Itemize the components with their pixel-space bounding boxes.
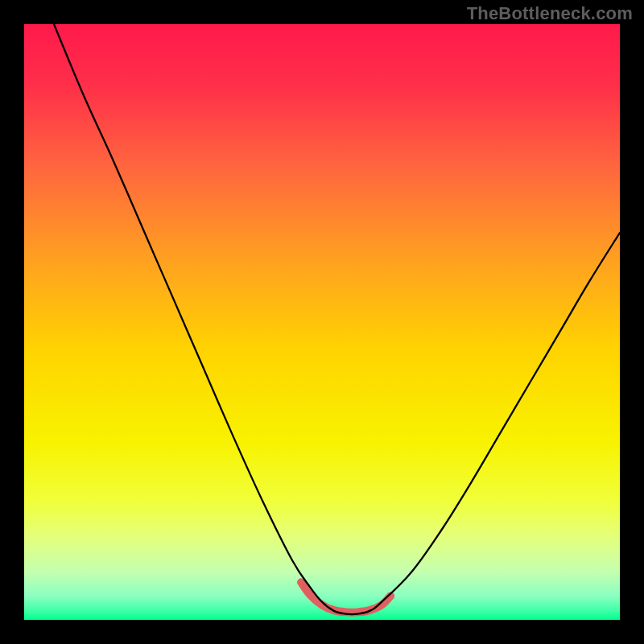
chart-frame: TheBottleneck.com: [0, 0, 644, 644]
watermark-text: TheBottleneck.com: [467, 3, 633, 24]
gradient-background: [24, 24, 620, 620]
plot-area: [24, 24, 620, 620]
chart-svg: [24, 24, 620, 620]
